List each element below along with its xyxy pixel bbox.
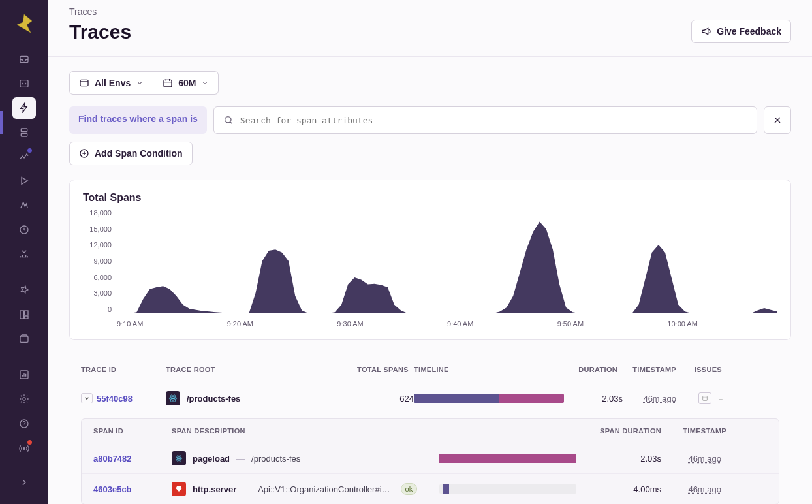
sidebar (0, 0, 48, 504)
table-header-row: TRACE ID TRACE ROOT TOTAL SPANS TIMELINE… (69, 356, 791, 383)
span-timeline (439, 484, 576, 494)
chevron-down-icon (201, 79, 209, 87)
sidebar-item-settings[interactable] (12, 388, 36, 410)
close-icon (772, 115, 783, 125)
timeline-bar (414, 394, 564, 403)
sidebar-active-indicator (0, 111, 3, 134)
issue-empty: – (714, 392, 727, 404)
sidebar-item-docs[interactable] (12, 328, 36, 349)
span-row: a80b7482 pageload — /products-fes 2.03s … (82, 443, 779, 473)
svg-rect-2 (21, 129, 27, 132)
search-row: Find traces where a span is (69, 106, 791, 134)
react-icon (172, 451, 186, 465)
search-input[interactable] (240, 116, 747, 125)
app-logo (14, 13, 35, 34)
search-box[interactable] (213, 106, 757, 134)
issue-indicator[interactable] (698, 392, 711, 404)
span-timestamp-cell: 46m ago (668, 454, 726, 464)
sidebar-item-traces[interactable] (12, 97, 36, 119)
page-title: Traces (69, 21, 131, 43)
span-timestamp-cell: 46m ago (668, 484, 726, 494)
main-content: Traces Traces Give Feedback All Envs 60M… (48, 0, 812, 504)
sidebar-item-code[interactable] (12, 72, 36, 94)
env-filter[interactable]: All Envs (69, 71, 153, 95)
span-description-cell: http.server — Api::V1::OrganizationContr… (172, 482, 433, 496)
page-header: Traces Traces Give Feedback (48, 0, 812, 56)
sidebar-item-activity[interactable] (12, 219, 36, 240)
sidebar-item-pin[interactable] (12, 279, 36, 301)
traces-table: TRACE ID TRACE ROOT TOTAL SPANS TIMELINE… (69, 356, 791, 504)
search-icon (223, 115, 234, 125)
svg-rect-6 (25, 311, 28, 315)
breadcrumb: Traces (69, 7, 131, 17)
add-span-condition-button[interactable]: Add Span Condition (69, 142, 193, 165)
react-icon (166, 391, 180, 405)
issues-cell: – (681, 392, 727, 404)
sidebar-item-inbox[interactable] (12, 48, 36, 70)
svg-point-10 (23, 398, 25, 400)
svg-rect-3 (21, 133, 27, 136)
svg-rect-22 (703, 396, 708, 401)
content-area: All Envs 60M Find traces where a span is (48, 57, 812, 504)
sidebar-item-releases[interactable] (12, 121, 36, 143)
status-badge: ok (401, 483, 418, 495)
chevron-down-icon (136, 79, 144, 87)
sidebar-item-metrics[interactable] (12, 146, 36, 167)
subtable-header-row: SPAN ID SPAN DESCRIPTION SPAN DURATION T… (82, 419, 779, 443)
megaphone-icon (701, 26, 711, 37)
svg-rect-8 (20, 336, 28, 342)
span-timeline (439, 454, 576, 463)
sidebar-item-broadcast[interactable] (12, 437, 36, 460)
table-row: 55f40c98 /products-fes 624 2.03s 46m ago… (69, 383, 791, 413)
svg-point-23 (178, 458, 180, 459)
total-spans-chart: Total Spans 18,00015,00012,0009,0006,000… (69, 180, 791, 340)
svg-rect-14 (164, 80, 172, 87)
span-duration-cell: 4.00ms (583, 484, 661, 494)
svg-rect-1 (20, 80, 28, 87)
x-axis: 9:10 AM9:20 AM9:30 AM9:40 AM9:50 AM10:00… (83, 316, 777, 328)
chart-title: Total Spans (83, 192, 777, 204)
svg-point-15 (225, 117, 231, 123)
calendar-icon (163, 78, 173, 88)
y-axis: 18,00015,00012,0009,0006,0003,0000 (83, 209, 112, 313)
span-description-cell: pageload — /products-fes (172, 451, 433, 465)
filter-bar: All Envs 60M (69, 71, 791, 95)
sidebar-item-alerts[interactable] (12, 195, 36, 216)
svg-rect-5 (20, 311, 23, 319)
time-filter[interactable]: 60M (153, 71, 219, 95)
sidebar-item-replay[interactable] (12, 170, 36, 192)
window-icon (79, 78, 89, 88)
span-id-cell[interactable]: 4603e5cb (93, 484, 165, 494)
svg-rect-7 (25, 316, 28, 319)
trace-id-cell[interactable]: 55f40c98 (81, 393, 166, 403)
svg-point-12 (23, 448, 25, 450)
svg-rect-13 (80, 80, 88, 86)
clear-search-button[interactable] (764, 106, 791, 134)
plus-circle-icon (79, 148, 89, 159)
give-feedback-button[interactable]: Give Feedback (691, 20, 791, 43)
span-id-cell[interactable]: a80b7482 (93, 454, 165, 464)
expand-toggle[interactable] (81, 393, 93, 403)
sidebar-item-stats[interactable] (12, 364, 36, 385)
sidebar-item-dashboards[interactable] (12, 304, 36, 325)
span-row: 4603e5cb http.server — Api::V1::Organiza… (82, 473, 779, 504)
trace-root-cell: /products-fes (166, 391, 349, 405)
svg-point-18 (172, 398, 174, 399)
ruby-icon (172, 482, 186, 496)
chart-plot[interactable] (117, 209, 777, 313)
sidebar-item-help[interactable] (12, 413, 36, 435)
sidebar-collapse-toggle[interactable] (12, 471, 36, 494)
duration-cell: 2.03s (564, 394, 623, 403)
span-duration-cell: 2.03s (583, 454, 661, 464)
timestamp-cell: 46m ago (623, 394, 681, 403)
span-condition-label: Find traces where a span is (69, 106, 207, 134)
spans-subtable: SPAN ID SPAN DESCRIPTION SPAN DURATION T… (81, 418, 779, 504)
sidebar-item-crons[interactable] (12, 244, 36, 265)
total-spans-cell: 624 (349, 394, 414, 403)
